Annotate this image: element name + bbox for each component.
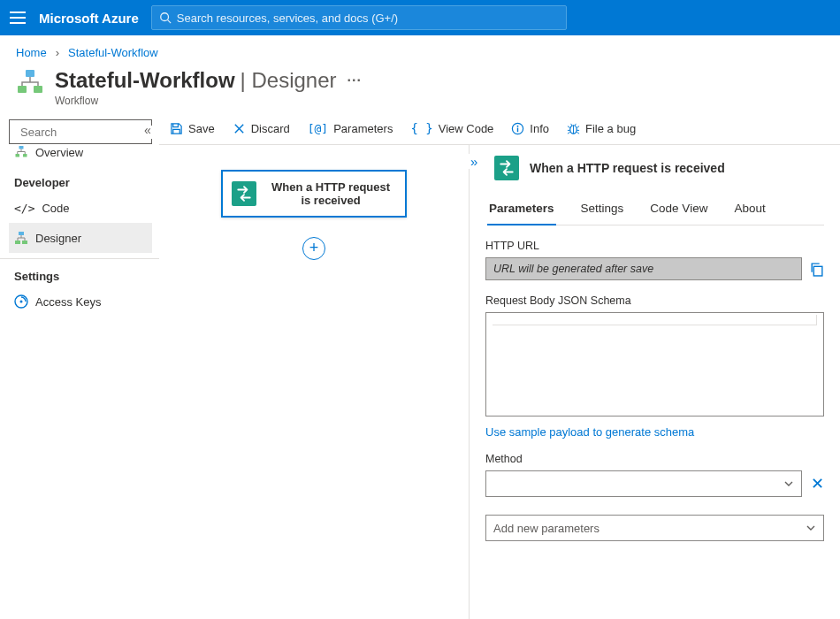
search-icon xyxy=(159,11,172,24)
svg-rect-3 xyxy=(18,86,27,93)
svg-rect-22 xyxy=(813,266,822,276)
global-search-input[interactable] xyxy=(177,11,559,25)
svg-point-0 xyxy=(161,13,169,21)
tab-settings[interactable]: Settings xyxy=(579,202,626,225)
panel-header: When a HTTP request is received xyxy=(494,156,824,180)
svg-rect-2 xyxy=(26,70,34,77)
svg-point-18 xyxy=(517,125,519,126)
svg-rect-11 xyxy=(15,241,20,244)
svg-rect-9 xyxy=(23,154,27,157)
panel-tabs: Parameters Settings Code View About xyxy=(487,202,824,225)
svg-point-14 xyxy=(20,301,23,303)
sidebar-item-overview[interactable]: Overview xyxy=(9,137,152,167)
menu-icon[interactable] xyxy=(9,9,27,27)
file-bug-button[interactable]: File a bug xyxy=(567,122,636,135)
sidebar-item-designer[interactable]: Designer xyxy=(9,223,152,253)
overview-icon xyxy=(14,145,28,159)
page-subtitle: Workflow xyxy=(55,95,362,107)
http-url-field: URL will be generated after save xyxy=(485,257,802,280)
panel-title: When a HTTP request is received xyxy=(530,161,725,175)
parameters-button[interactable]: [@] Parameters xyxy=(308,122,393,135)
designer-icon xyxy=(14,231,28,245)
sidebar: « Overview Developer </> Code Designer S… xyxy=(0,116,159,619)
schema-textarea[interactable] xyxy=(485,312,824,416)
chevron-down-icon xyxy=(806,523,816,533)
page-title: Stateful-Workflow | Designer ··· xyxy=(55,68,362,93)
collapse-panel-button[interactable]: » xyxy=(468,154,480,169)
parameters-icon: [@] xyxy=(308,122,328,135)
trigger-card-label: When a HTTP request is received xyxy=(265,180,396,207)
breadcrumb-home[interactable]: Home xyxy=(16,46,47,59)
svg-line-1 xyxy=(167,20,171,24)
use-sample-payload-link[interactable]: Use sample payload to generate schema xyxy=(485,425,694,439)
chevron-right-icon: › xyxy=(56,46,59,59)
save-icon xyxy=(170,122,183,135)
svg-rect-10 xyxy=(19,232,24,235)
braces-icon: { } xyxy=(410,121,432,135)
designer-canvas[interactable]: When a HTTP request is received + xyxy=(159,144,469,619)
divider xyxy=(0,258,159,259)
sidebar-item-code[interactable]: </> Code xyxy=(9,193,152,223)
copy-url-button[interactable] xyxy=(809,262,824,277)
method-label: Method xyxy=(485,453,824,465)
global-search[interactable] xyxy=(151,5,567,30)
schema-label: Request Body JSON Schema xyxy=(485,294,824,307)
details-panel: » When a HTTP request is received Parame… xyxy=(469,144,840,619)
http-trigger-icon xyxy=(232,181,256,206)
svg-rect-8 xyxy=(16,154,20,157)
svg-rect-7 xyxy=(19,146,24,149)
breadcrumb: Home › Stateful-Workflow xyxy=(0,35,840,65)
designer-toolbar: Save Discard [@] Parameters { } View Cod… xyxy=(159,116,840,144)
http-url-label: HTTP URL xyxy=(485,240,824,252)
info-icon xyxy=(511,122,524,135)
access-keys-icon xyxy=(14,294,28,309)
save-button[interactable]: Save xyxy=(170,122,215,135)
add-parameters-select[interactable]: Add new parameters xyxy=(485,515,824,541)
page-header: Stateful-Workflow | Designer ··· Workflo… xyxy=(0,65,840,116)
clear-method-button[interactable]: ✕ xyxy=(811,474,824,493)
brand-label: Microsoft Azure xyxy=(39,11,139,26)
tab-parameters[interactable]: Parameters xyxy=(487,202,556,225)
sidebar-item-access-keys[interactable]: Access Keys xyxy=(9,287,152,317)
sidebar-section-developer: Developer xyxy=(9,167,152,193)
method-select[interactable] xyxy=(485,470,802,497)
svg-rect-12 xyxy=(22,241,27,244)
trigger-card-http-request[interactable]: When a HTTP request is received xyxy=(221,170,407,218)
http-trigger-icon xyxy=(494,156,519,180)
view-code-button[interactable]: { } View Code xyxy=(410,121,493,135)
add-step-button[interactable]: + xyxy=(302,237,325,260)
breadcrumb-current[interactable]: Stateful-Workflow xyxy=(68,46,158,59)
discard-button[interactable]: Discard xyxy=(233,122,290,135)
tab-code-view[interactable]: Code View xyxy=(648,202,709,225)
discard-icon xyxy=(233,122,246,135)
code-icon: </> xyxy=(14,202,34,215)
info-button[interactable]: Info xyxy=(511,122,549,135)
workflow-icon xyxy=(16,68,44,96)
svg-rect-4 xyxy=(34,86,42,93)
azure-topbar: Microsoft Azure xyxy=(0,0,840,35)
more-actions-button[interactable]: ··· xyxy=(347,73,362,88)
tab-about[interactable]: About xyxy=(732,202,767,225)
bug-icon xyxy=(567,122,580,135)
chevron-down-icon xyxy=(783,478,794,489)
sidebar-section-settings: Settings xyxy=(9,261,152,287)
